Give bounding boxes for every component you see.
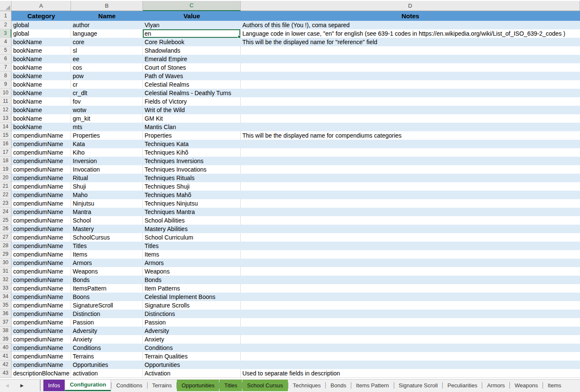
row-number[interactable]: 19 bbox=[0, 165, 11, 174]
row-number[interactable]: 15 bbox=[0, 131, 11, 140]
header-cell-notes[interactable]: Notes bbox=[241, 11, 580, 21]
cell-category[interactable]: bookName bbox=[11, 97, 71, 106]
cell-name[interactable]: Armors bbox=[71, 259, 143, 267]
cell-name[interactable]: Invocation bbox=[71, 165, 143, 174]
row-number[interactable]: 36 bbox=[0, 310, 11, 318]
cell-name[interactable]: Items bbox=[71, 250, 143, 259]
cell-name[interactable]: Shuji bbox=[71, 182, 143, 191]
cell-value[interactable]: Court of Stones bbox=[143, 63, 241, 72]
cell-name[interactable]: wotw bbox=[71, 106, 143, 114]
cell-name[interactable]: Conditions bbox=[71, 344, 143, 352]
cell-notes[interactable] bbox=[241, 233, 580, 242]
cell-name[interactable]: Anxiety bbox=[71, 335, 143, 344]
cell-name[interactable]: Terrains bbox=[71, 352, 143, 361]
header-cell-value[interactable]: Value bbox=[143, 11, 241, 21]
cell-value[interactable]: Shadowlands bbox=[143, 46, 241, 55]
cell-name[interactable]: Maho bbox=[71, 191, 143, 199]
cell-category[interactable]: compendiumName bbox=[11, 250, 71, 259]
cell-name[interactable]: Passion bbox=[71, 318, 143, 327]
cell-name[interactable]: cr bbox=[71, 80, 143, 89]
cell-category[interactable]: bookName bbox=[11, 72, 71, 80]
row-number[interactable]: 20 bbox=[0, 174, 11, 182]
cell-value[interactable]: Path of Waves bbox=[143, 72, 241, 80]
cell-value[interactable]: Mantis Clan bbox=[143, 123, 241, 131]
cell-category[interactable]: bookName bbox=[11, 46, 71, 55]
cell-notes[interactable] bbox=[241, 225, 580, 233]
column-header-c[interactable]: C bbox=[143, 1, 241, 11]
cell-value[interactable]: Bonds bbox=[143, 276, 241, 284]
sheet-tab-titles[interactable]: Titles bbox=[219, 380, 242, 391]
row-number[interactable]: 35 bbox=[0, 301, 11, 310]
cell-name[interactable]: Weapons bbox=[71, 267, 143, 276]
row-number[interactable]: 38 bbox=[0, 327, 11, 335]
cell-category[interactable]: descriptionBlocName bbox=[11, 369, 71, 378]
cell-name[interactable]: core bbox=[71, 38, 143, 46]
row-number[interactable]: 29 bbox=[0, 250, 11, 259]
cell-category[interactable]: compendiumName bbox=[11, 216, 71, 225]
cell-notes[interactable] bbox=[241, 208, 580, 216]
sheet-tab-opportunities[interactable]: Opportunities bbox=[177, 380, 219, 391]
cell-notes[interactable] bbox=[241, 123, 580, 131]
row-number[interactable]: 7 bbox=[0, 63, 11, 72]
cell-notes[interactable] bbox=[241, 72, 580, 80]
cell-notes[interactable] bbox=[241, 114, 580, 123]
cell-name[interactable]: Distinction bbox=[71, 310, 143, 318]
sheet-tab-school-cursus[interactable]: School Cursus bbox=[242, 380, 288, 391]
cell-value[interactable]: Terrain Qualities bbox=[143, 352, 241, 361]
cell-value[interactable]: Adversity bbox=[143, 327, 241, 335]
row-number[interactable]: 8 bbox=[0, 72, 11, 80]
row-number[interactable]: 18 bbox=[0, 157, 11, 165]
cell-value[interactable]: Fields of Victory bbox=[143, 97, 241, 106]
sheet-tab-conditions[interactable]: Conditions bbox=[111, 380, 147, 391]
row-number[interactable]: 24 bbox=[0, 208, 11, 216]
cell-value[interactable]: Techniques Inversions bbox=[143, 157, 241, 165]
cell-category[interactable]: bookName bbox=[11, 89, 71, 97]
cell-value[interactable]: Passion bbox=[143, 318, 241, 327]
header-cell-name[interactable]: Name bbox=[71, 11, 143, 21]
cell-category[interactable]: compendiumName bbox=[11, 182, 71, 191]
cell-notes[interactable] bbox=[241, 352, 580, 361]
cell-category[interactable]: compendiumName bbox=[11, 165, 71, 174]
cell-value[interactable]: Mastery Abilities bbox=[143, 225, 241, 233]
row-number[interactable]: 26 bbox=[0, 225, 11, 233]
cell-category[interactable]: compendiumName bbox=[11, 301, 71, 310]
cell-category[interactable]: compendiumName bbox=[11, 199, 71, 208]
cell-name[interactable]: Ritual bbox=[71, 174, 143, 182]
cell-category[interactable]: compendiumName bbox=[11, 242, 71, 250]
cell-name[interactable]: Opportunities bbox=[71, 361, 143, 369]
cell-category[interactable]: bookName bbox=[11, 123, 71, 131]
cell-notes[interactable] bbox=[241, 259, 580, 267]
cell-category[interactable]: compendiumName bbox=[11, 361, 71, 369]
row-number[interactable]: 14 bbox=[0, 123, 11, 131]
cell-notes[interactable] bbox=[241, 318, 580, 327]
cell-name[interactable]: School bbox=[71, 216, 143, 225]
cell-value[interactable]: Techniques Kihõ bbox=[143, 148, 241, 157]
cell-category[interactable]: bookName bbox=[11, 55, 71, 63]
row-number[interactable]: 1 bbox=[0, 11, 11, 21]
sheet-tab-configuration[interactable]: Configuration bbox=[65, 380, 111, 391]
cell-value[interactable]: Emerald Empire bbox=[143, 55, 241, 63]
cell-value[interactable]: Items bbox=[143, 250, 241, 259]
row-number[interactable]: 5 bbox=[0, 46, 11, 55]
cell-notes[interactable] bbox=[241, 267, 580, 276]
cell-value[interactable]: Techniques Kata bbox=[143, 140, 241, 148]
row-number[interactable]: 41 bbox=[0, 352, 11, 361]
row-number[interactable]: 22 bbox=[0, 191, 11, 199]
cell-notes[interactable] bbox=[241, 148, 580, 157]
row-number[interactable]: 37 bbox=[0, 318, 11, 327]
row-number[interactable]: 9 bbox=[0, 80, 11, 89]
cell-notes[interactable] bbox=[241, 216, 580, 225]
row-number[interactable]: 23 bbox=[0, 199, 11, 208]
cell-notes[interactable] bbox=[241, 361, 580, 369]
row-number[interactable]: 6 bbox=[0, 55, 11, 63]
cell-notes[interactable] bbox=[241, 344, 580, 352]
cell-name[interactable]: Kiho bbox=[71, 148, 143, 157]
row-number[interactable]: 32 bbox=[0, 276, 11, 284]
cell-name[interactable]: sl bbox=[71, 46, 143, 55]
row-number[interactable]: 2 bbox=[0, 21, 11, 29]
row-number[interactable]: 25 bbox=[0, 216, 11, 225]
row-number[interactable]: 42 bbox=[0, 361, 11, 369]
cell-notes[interactable] bbox=[241, 182, 580, 191]
cell-name[interactable]: author bbox=[71, 21, 143, 29]
cell-notes[interactable] bbox=[241, 106, 580, 114]
